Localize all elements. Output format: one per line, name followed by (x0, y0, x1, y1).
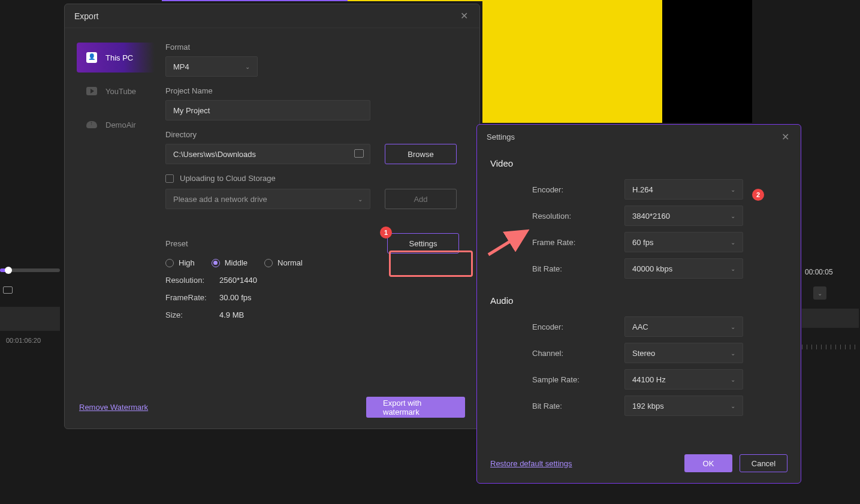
format-select[interactable]: MP4 ⌄ (165, 56, 258, 77)
audio-samplerate-select[interactable]: 44100 Hz ⌄ (624, 369, 743, 390)
audio-bitrate-label: Bit Rate: (532, 402, 624, 411)
timeline-track (0, 307, 60, 331)
framerate-value: 30.00 fps (219, 293, 252, 302)
settings-dialog: Settings ✕ Video Encoder: H.264 ⌄ Resolu… (476, 124, 801, 484)
audio-section-title: Audio (490, 295, 787, 306)
youtube-icon (86, 86, 97, 96)
timeline-time-right: 00:00:05 (805, 268, 833, 276)
sidebar-item-label: YouTube (105, 87, 136, 96)
timeline-track-right (802, 309, 859, 328)
annotation-badge-2: 2 (752, 189, 764, 201)
close-icon[interactable]: ✕ (458, 10, 470, 22)
audio-encoder-label: Encoder: (532, 322, 624, 331)
video-section-title: Video (490, 158, 787, 168)
annotation-badge-1: 1 (380, 227, 392, 239)
audio-bitrate-select[interactable]: 192 kbps ⌄ (624, 396, 743, 416)
zoom-dropdown[interactable]: ⌄ (813, 286, 826, 300)
format-label: Format (165, 43, 470, 52)
video-bitrate-select[interactable]: 40000 kbps ⌄ (624, 258, 743, 279)
audio-channel-label: Channel: (532, 349, 624, 358)
video-encoder-value: H.264 (632, 185, 653, 194)
video-framerate-select[interactable]: 60 fps ⌄ (624, 232, 743, 252)
chevron-down-icon: ⌄ (731, 213, 735, 219)
video-resolution-select[interactable]: 3840*2160 ⌄ (624, 206, 743, 226)
video-encoder-select[interactable]: H.264 ⌄ (624, 179, 743, 200)
video-resolution-label: Resolution: (532, 212, 624, 221)
ok-button[interactable]: OK (684, 454, 732, 472)
upload-cloud-checkbox[interactable]: Uploading to Cloud Storage (165, 174, 470, 183)
preset-high-radio[interactable]: High (165, 258, 195, 267)
export-form: Format MP4 ⌄ Project Name My Project Dir… (161, 28, 479, 388)
add-button[interactable]: Add (385, 189, 457, 209)
project-name-value: My Project (173, 106, 210, 115)
video-bitrate-label: Bit Rate: (532, 264, 624, 273)
format-value: MP4 (173, 62, 189, 71)
export-header: Export ✕ (65, 4, 479, 28)
directory-label: Directory (165, 130, 470, 139)
preset-high-label: High (179, 258, 195, 267)
chevron-down-icon: ⌄ (731, 324, 735, 330)
resolution-label: Resolution: (165, 276, 209, 285)
chevron-down-icon: ⌄ (245, 64, 250, 70)
audio-samplerate-label: Sample Rate: (532, 375, 624, 384)
export-title: Export (74, 11, 458, 21)
directory-input[interactable]: C:\Users\ws\Downloads (165, 144, 370, 164)
audio-samplerate-value: 44100 Hz (632, 375, 666, 384)
remove-watermark-link[interactable]: Remove Watermark (79, 403, 148, 412)
video-encoder-label: Encoder: (532, 185, 624, 194)
export-dialog: Export ✕ This PC YouTube DemoAir Format … (64, 4, 480, 429)
sidebar-item-youtube[interactable]: YouTube (77, 76, 161, 106)
browse-button[interactable]: Browse (385, 144, 457, 164)
radio-icon (212, 259, 220, 267)
sidebar-item-this-pc[interactable]: This PC (77, 43, 155, 73)
preset-middle-radio[interactable]: Middle (212, 258, 248, 267)
size-label: Size: (165, 310, 209, 319)
cancel-button[interactable]: Cancel (740, 454, 787, 472)
project-name-input[interactable]: My Project (165, 100, 370, 120)
export-with-watermark-button[interactable]: Export with watermark (366, 397, 465, 418)
radio-icon (264, 259, 273, 267)
cloud-icon (86, 119, 97, 130)
network-drive-select[interactable]: Please add a network drive ⌄ (165, 189, 370, 209)
audio-bitrate-value: 192 kbps (632, 402, 664, 411)
chevron-down-icon: ⌄ (358, 196, 363, 203)
video-resolution-value: 3840*2160 (632, 212, 670, 221)
sidebar-item-label: This PC (105, 53, 133, 62)
radio-icon (165, 259, 174, 267)
preset-normal-label: Normal (277, 258, 303, 267)
chevron-down-icon: ⌄ (731, 239, 735, 246)
preset-middle-label: Middle (225, 258, 248, 267)
settings-button[interactable]: Settings (387, 233, 459, 253)
framerate-label: FrameRate: (165, 293, 209, 302)
chevron-down-icon: ⌄ (731, 403, 735, 409)
preview-frame (482, 0, 662, 123)
video-bitrate-value: 40000 kbps (632, 264, 672, 273)
preset-normal-radio[interactable]: Normal (264, 258, 303, 267)
close-icon[interactable]: ✕ (779, 131, 791, 143)
video-framerate-label: Frame Rate: (532, 238, 624, 247)
top-accent-yellow (348, 0, 482, 1)
camera-icon[interactable] (3, 286, 13, 294)
chevron-down-icon: ⌄ (731, 376, 735, 383)
restore-defaults-link[interactable]: Restore default settings (490, 459, 572, 468)
size-value: 4.9 MB (219, 310, 244, 319)
upload-cloud-label: Uploading to Cloud Storage (180, 174, 276, 183)
checkbox-icon (165, 174, 174, 183)
video-framerate-value: 60 fps (632, 238, 653, 247)
pc-icon (86, 52, 97, 63)
audio-encoder-select[interactable]: AAC ⌄ (624, 316, 743, 337)
settings-header: Settings ✕ (477, 125, 801, 149)
network-placeholder: Please add a network drive (173, 195, 267, 204)
preset-label: Preset (165, 239, 188, 248)
playback-slider[interactable] (0, 268, 60, 272)
audio-channel-select[interactable]: Stereo ⌄ (624, 343, 743, 363)
chevron-down-icon: ⌄ (731, 265, 735, 272)
sidebar-item-label: DemoAir (105, 120, 136, 129)
folder-icon (354, 149, 364, 158)
export-sidebar: This PC YouTube DemoAir (65, 28, 161, 388)
timeline-ruler (802, 345, 859, 349)
audio-encoder-value: AAC (632, 322, 648, 331)
sidebar-item-demoair[interactable]: DemoAir (77, 110, 161, 140)
settings-title: Settings (487, 132, 779, 141)
timeline-time-left: 00:01:06:20 (6, 337, 41, 344)
